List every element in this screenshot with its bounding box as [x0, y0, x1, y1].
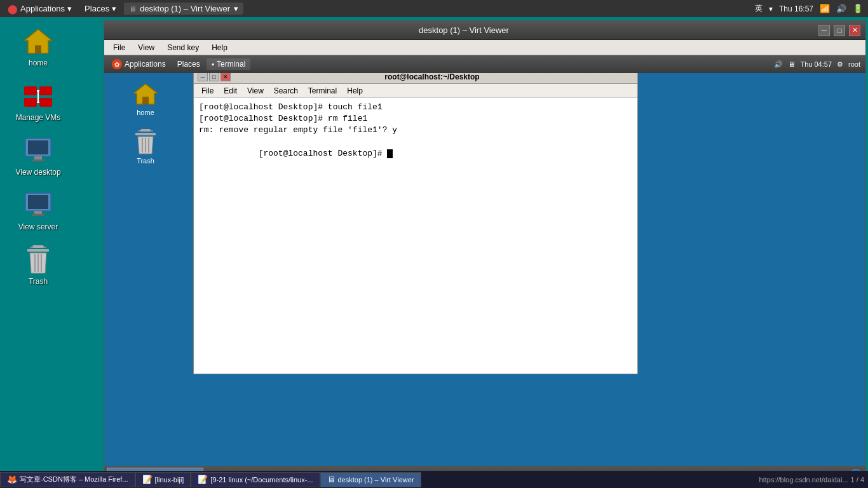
trash-icon	[23, 244, 53, 274]
svg-rect-2	[24, 86, 37, 95]
guest-panel: ✿ Applications Places ▪ Terminal 🔊 🖥 Thu…	[104, 55, 865, 73]
taskbar-linux-label: [9-21 linux (~/Documents/linux-...	[210, 476, 313, 484]
taskbar-url: https://blog.csdn.net/daidai...	[759, 476, 848, 484]
terminal-cursor	[387, 149, 393, 158]
host-icon-view-desktop[interactable]: View desktop	[13, 135, 64, 177]
virt-maximize-button[interactable]: □	[834, 25, 845, 36]
host-icon-view-server[interactable]: View server	[13, 189, 64, 231]
svg-rect-15	[34, 211, 42, 214]
guest-user: root	[848, 60, 860, 68]
svg-rect-1	[35, 46, 41, 53]
virt-help-menu[interactable]: Help	[205, 42, 234, 53]
host-places-menu[interactable]: Places ▾	[79, 3, 121, 15]
home-icon	[23, 25, 53, 56]
virt-viewer-title: desktop (1) – Virt Viewer	[109, 25, 818, 35]
terminal-close-button[interactable]: ✕	[220, 72, 231, 81]
dropdown-arrow: ▾	[769, 4, 773, 13]
editor-icon: 📝	[142, 475, 153, 484]
taskbar-item-virt[interactable]: 🖥 desktop (1) – Virt Viewer	[320, 472, 421, 487]
host-desktop: ⬤ Applications ▾ Places ▾ 🖥 desktop (1) …	[0, 0, 868, 488]
virt-viewer-menubar: File View Send key Help	[104, 40, 865, 55]
svg-rect-3	[39, 86, 52, 95]
manage-vms-label: Manage VMs	[16, 113, 61, 122]
applications-label: Applications	[20, 4, 65, 13]
svg-rect-26	[140, 129, 151, 132]
host-icon-trash[interactable]: Trash	[13, 244, 64, 286]
firefox-icon: 🦊	[7, 475, 17, 484]
guest-desktop-area: ✿ Applications Places ▪ Terminal 🔊 🖥 Thu…	[104, 55, 865, 484]
virt-view-menu[interactable]: View	[132, 42, 161, 53]
guest-places-menu[interactable]: Places	[172, 58, 205, 70]
host-applications-menu[interactable]: ⬤ Applications ▾	[3, 3, 77, 15]
guest-home-icon	[133, 81, 158, 106]
svg-rect-24	[142, 97, 149, 104]
virt-sendkey-menu[interactable]: Send key	[161, 42, 205, 53]
guest-places-label: Places	[177, 60, 200, 69]
terminal-line-2: [root@localhost Desktop]# rm file1	[199, 113, 632, 125]
guest-icon-trash[interactable]: Trash	[123, 129, 168, 165]
language-indicator[interactable]: 英	[755, 3, 763, 14]
guest-panel-right: 🔊 🖥 Thu 04:57 ⚙ root	[774, 60, 865, 69]
window-icon: 🖥	[129, 5, 136, 13]
taskbar-item-firefox[interactable]: 🦊 写文章-CSDN博客 – Mozilla Firef...	[0, 472, 135, 487]
taskbar-item-linux[interactable]: 📝 [9-21 linux (~/Documents/linux-...	[191, 472, 320, 487]
svg-rect-16	[32, 214, 44, 216]
trash-icon-label: Trash	[29, 277, 48, 286]
guest-clock: Thu 04:57	[800, 60, 832, 68]
sound-icon: 🔊	[836, 4, 846, 13]
guest-applications-menu[interactable]: ✿ Applications	[107, 58, 171, 71]
virt-minimize-button[interactable]: ─	[818, 25, 830, 36]
virt-viewer-titlebar: desktop (1) – Virt Viewer ─ □ ✕	[104, 21, 865, 40]
virt-icon: 🖥	[327, 475, 336, 484]
applications-arrow: ▾	[67, 4, 72, 13]
taskbar-item-biji[interactable]: 📝 [linux-biji]	[135, 472, 191, 487]
taskbar-firefox-label: 写文章-CSDN博客 – Mozilla Firef...	[20, 475, 128, 484]
view-server-label: View server	[18, 222, 58, 231]
terminal-minimize-button[interactable]: ─	[198, 72, 208, 81]
guest-icon-home[interactable]: home	[123, 81, 168, 116]
editor2-icon: 📝	[198, 475, 208, 484]
guest-terminal-button[interactable]: ▪ Terminal	[207, 58, 251, 70]
terminal-content[interactable]: [root@localhost Desktop]# touch file1 [r…	[194, 98, 637, 374]
terminal-menubar: File Edit View Search Terminal Help	[194, 84, 637, 98]
terminal-controls-left: ─ □ ✕	[198, 72, 231, 81]
view-desktop-label: View desktop	[15, 168, 60, 177]
fedora-icon: ⬤	[8, 4, 18, 14]
host-window-button[interactable]: 🖥 desktop (1) – Virt Viewer ▾	[124, 3, 243, 15]
guest-settings-icon: ⚙	[837, 60, 843, 69]
gnome-logo: ✿	[112, 59, 122, 69]
svg-rect-10	[28, 140, 48, 154]
svg-rect-12	[32, 159, 44, 161]
terminal-maximize-button[interactable]: □	[209, 72, 219, 81]
svg-rect-4	[24, 98, 37, 107]
virt-close-button[interactable]: ✕	[849, 25, 860, 36]
host-taskbar-right: https://blog.csdn.net/daidai... 1 / 4	[759, 476, 868, 484]
virt-file-menu[interactable]: File	[107, 42, 132, 53]
guest-trash-icon	[133, 129, 158, 154]
guest-display-icon: 🖥	[788, 60, 795, 68]
terminal-line-4: [root@localhost Desktop]#	[199, 137, 632, 172]
svg-rect-14	[28, 195, 48, 209]
virt-viewer-window: desktop (1) – Virt Viewer ─ □ ✕ File Vie…	[104, 20, 866, 484]
wifi-icon: 📶	[820, 4, 830, 13]
clock: Thu 16:57	[779, 4, 813, 13]
svg-rect-19	[27, 249, 49, 252]
host-icon-home[interactable]: home	[13, 25, 64, 67]
guest-trash-label: Trash	[137, 157, 154, 165]
terminal-terminal-menu[interactable]: Terminal	[303, 85, 342, 97]
terminal-file-menu[interactable]: File	[196, 85, 219, 97]
terminal-edit-menu[interactable]: Edit	[219, 85, 242, 97]
terminal-view-menu[interactable]: View	[242, 85, 269, 97]
server-icon	[23, 189, 53, 220]
terminal-line-1: [root@localhost Desktop]# touch file1	[199, 102, 632, 113]
window-title-panel: desktop (1) – Virt Viewer	[140, 4, 230, 13]
taskbar-virt-label: desktop (1) – Virt Viewer	[338, 476, 414, 484]
guest-sound-icon: 🔊	[774, 60, 783, 69]
host-icon-manage-vms[interactable]: Manage VMs	[13, 80, 64, 122]
window-arrow: ▾	[234, 4, 238, 13]
terminal-help-menu[interactable]: Help	[342, 85, 368, 97]
terminal-search-menu[interactable]: Search	[269, 85, 303, 97]
host-pagination: 1 / 4	[851, 476, 864, 484]
guest-home-label: home	[137, 109, 154, 116]
svg-rect-5	[39, 98, 52, 107]
